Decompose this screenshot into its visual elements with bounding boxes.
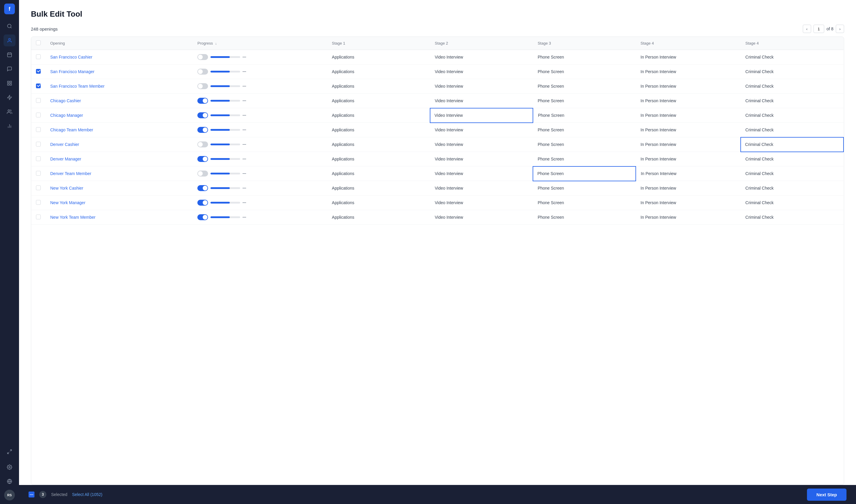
row-stage1[interactable]: Applications <box>327 123 430 137</box>
opening-link[interactable]: New York Manager <box>50 200 85 205</box>
row-stage4b[interactable]: Criminal Check <box>741 108 843 123</box>
opening-link[interactable]: Chicago Cashier <box>50 98 81 103</box>
row-stage1[interactable]: Applications <box>327 166 430 181</box>
row-stage2[interactable]: Video Interview <box>430 152 533 166</box>
user-avatar[interactable]: RS <box>4 490 15 501</box>
row-stage4b[interactable]: Criminal Check <box>741 181 843 196</box>
row-stage2[interactable]: Video Interview <box>430 137 533 152</box>
row-stage1[interactable]: Applications <box>327 137 430 152</box>
row-checkbox[interactable] <box>36 69 41 74</box>
row-stage2[interactable]: Video Interview <box>430 94 533 108</box>
row-stage4b[interactable]: Criminal Check <box>741 152 843 166</box>
opening-link[interactable]: Denver Team Member <box>50 171 91 176</box>
row-toggle[interactable] <box>197 185 208 191</box>
row-stage1[interactable]: Applications <box>327 108 430 123</box>
row-toggle[interactable] <box>197 69 208 75</box>
row-stage2[interactable]: Video Interview <box>430 50 533 65</box>
row-toggle[interactable] <box>197 83 208 89</box>
bolt-icon[interactable] <box>3 92 16 103</box>
row-stage2[interactable]: Video Interview <box>430 123 533 137</box>
row-toggle[interactable] <box>197 127 208 133</box>
pagination-next[interactable]: › <box>836 25 844 33</box>
row-stage4b[interactable]: Criminal Check <box>741 137 843 152</box>
row-checkbox[interactable] <box>36 142 41 146</box>
row-stage2[interactable]: Video Interview <box>430 166 533 181</box>
row-stage3[interactable]: Phone Screen <box>533 79 636 94</box>
row-checkbox[interactable] <box>36 98 41 103</box>
row-stage1[interactable]: Applications <box>327 65 430 79</box>
opening-link[interactable]: New York Cashier <box>50 186 83 191</box>
row-toggle[interactable] <box>197 54 208 60</box>
opening-link[interactable]: San Francisco Team Member <box>50 84 105 89</box>
header-progress[interactable]: Progress ↓ <box>193 37 327 50</box>
calendar-icon[interactable] <box>3 49 16 60</box>
users-icon[interactable] <box>3 106 16 118</box>
row-toggle[interactable] <box>197 200 208 206</box>
row-stage3[interactable]: Phone Screen <box>533 196 636 210</box>
row-stage3[interactable]: Phone Screen <box>533 94 636 108</box>
row-toggle[interactable] <box>197 214 208 220</box>
row-stage3[interactable]: Phone Screen <box>533 123 636 137</box>
row-toggle[interactable] <box>197 98 208 104</box>
row-stage1[interactable]: Applications <box>327 210 430 225</box>
row-stage4a[interactable]: In Person Interview <box>636 108 741 123</box>
row-stage4a[interactable]: In Person Interview <box>636 65 741 79</box>
row-stage3[interactable]: Phone Screen <box>533 210 636 225</box>
opening-link[interactable]: New York Team Member <box>50 215 95 220</box>
row-stage4a[interactable]: In Person Interview <box>636 181 741 196</box>
row-stage3[interactable]: Phone Screen <box>533 65 636 79</box>
row-stage3[interactable]: Phone Screen <box>533 108 636 123</box>
row-stage3[interactable]: Phone Screen <box>533 137 636 152</box>
row-checkbox[interactable] <box>36 200 41 205</box>
select-all-link[interactable]: Select All (1052) <box>72 492 102 497</box>
row-stage1[interactable]: Applications <box>327 181 430 196</box>
row-stage1[interactable]: Applications <box>327 79 430 94</box>
opening-link[interactable]: Chicago Manager <box>50 113 83 118</box>
row-checkbox[interactable] <box>36 113 41 118</box>
opening-link[interactable]: Denver Manager <box>50 157 81 161</box>
row-stage4a[interactable]: In Person Interview <box>636 166 741 181</box>
list-icon[interactable] <box>3 77 16 89</box>
row-stage1[interactable]: Applications <box>327 152 430 166</box>
row-toggle[interactable] <box>197 141 208 147</box>
row-stage4b[interactable]: Criminal Check <box>741 196 843 210</box>
app-logo[interactable]: f <box>4 3 15 14</box>
row-checkbox[interactable] <box>36 215 41 219</box>
opening-link[interactable]: San Francisco Manager <box>50 69 94 74</box>
select-all-checkbox[interactable] <box>36 40 41 45</box>
row-toggle[interactable] <box>197 170 208 177</box>
row-stage2[interactable]: Video Interview <box>430 108 533 123</box>
globe-icon[interactable] <box>3 475 16 487</box>
pagination-page-input[interactable] <box>814 25 824 33</box>
row-stage1[interactable]: Applications <box>327 50 430 65</box>
row-stage4b[interactable]: Criminal Check <box>741 210 843 225</box>
row-stage3[interactable]: Phone Screen <box>533 50 636 65</box>
row-stage4a[interactable]: In Person Interview <box>636 94 741 108</box>
row-stage4b[interactable]: Criminal Check <box>741 123 843 137</box>
row-stage3[interactable]: Phone Screen <box>533 181 636 196</box>
row-checkbox[interactable] <box>36 156 41 161</box>
row-stage4a[interactable]: In Person Interview <box>636 196 741 210</box>
chart-icon[interactable] <box>3 120 16 132</box>
row-stage3[interactable]: Phone Screen <box>533 166 636 181</box>
row-stage4a[interactable]: In Person Interview <box>636 210 741 225</box>
opening-link[interactable]: San Francisco Cashier <box>50 55 92 59</box>
row-stage4a[interactable]: In Person Interview <box>636 123 741 137</box>
person-icon[interactable] <box>3 35 16 46</box>
row-checkbox[interactable] <box>36 84 41 88</box>
row-stage4b[interactable]: Criminal Check <box>741 79 843 94</box>
row-stage4a[interactable]: In Person Interview <box>636 137 741 152</box>
opening-link[interactable]: Chicago Team Member <box>50 127 93 132</box>
settings-icon[interactable] <box>3 461 16 473</box>
row-checkbox[interactable] <box>36 185 41 190</box>
row-stage2[interactable]: Video Interview <box>430 65 533 79</box>
row-stage3[interactable]: Phone Screen <box>533 152 636 166</box>
row-stage2[interactable]: Video Interview <box>430 196 533 210</box>
expand-icon[interactable] <box>3 446 16 458</box>
row-checkbox[interactable] <box>36 171 41 176</box>
row-checkbox[interactable] <box>36 127 41 132</box>
chat-icon[interactable] <box>3 63 16 75</box>
row-stage4a[interactable]: In Person Interview <box>636 79 741 94</box>
row-toggle[interactable] <box>197 112 208 118</box>
row-stage2[interactable]: Video Interview <box>430 210 533 225</box>
